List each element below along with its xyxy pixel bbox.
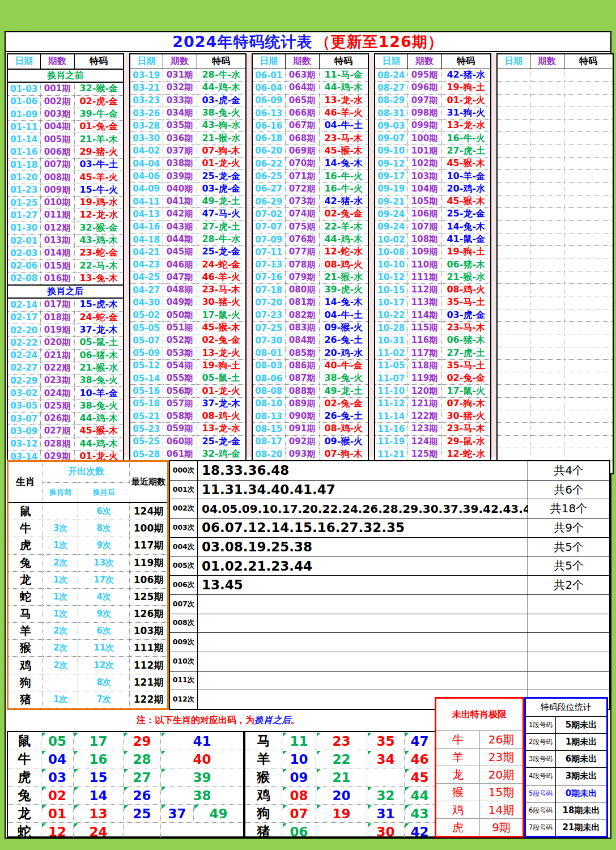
date-cell: 07-16 bbox=[252, 271, 285, 283]
date-cell: 07-20 bbox=[252, 296, 285, 309]
empty-code-cell bbox=[564, 120, 613, 132]
lottery-row: 04-04038期01-龙-火 bbox=[130, 158, 246, 170]
date-cell: 01-23 bbox=[7, 184, 40, 196]
code-cell: 26-兔-土 bbox=[319, 334, 368, 347]
lottery-row: 02-27022期21-猴-水 bbox=[7, 362, 124, 374]
number-cell: 14 bbox=[73, 787, 123, 804]
lottery-row: 06-29073期42-猪-水 bbox=[252, 195, 368, 207]
issue-cell: 108期 bbox=[407, 233, 441, 245]
missing-zodiac-periods: 26期 bbox=[479, 731, 522, 748]
lottery-row: 07-07075期22-羊-木 bbox=[252, 220, 368, 233]
date-cell: 02-24 bbox=[7, 349, 40, 362]
lottery-row: 04-21045期25-龙-金 bbox=[130, 246, 246, 258]
code-cell: 45-猴-木 bbox=[441, 158, 491, 170]
issue-cell: 042期 bbox=[163, 208, 197, 220]
date-column-header: 日期 bbox=[7, 54, 40, 69]
empty-code-cell bbox=[564, 144, 613, 157]
code-cell: 03-虎-金 bbox=[197, 94, 246, 107]
issue-cell: 113期 bbox=[407, 296, 441, 309]
lottery-row bbox=[497, 69, 613, 82]
date-cell: 11-21 bbox=[375, 448, 407, 460]
empty-issue-cell bbox=[530, 372, 564, 385]
lottery-row: 10-31116期06-猪-木 bbox=[375, 334, 491, 347]
lottery-row bbox=[497, 309, 613, 321]
empty-code-cell bbox=[564, 284, 613, 296]
lottery-row: 11-05118期35-马-土 bbox=[375, 359, 491, 372]
empty-issue-cell bbox=[530, 69, 564, 82]
lottery-row: 01-06002期02-虎-金 bbox=[7, 95, 124, 108]
code-cell: 08-鸡-火 bbox=[441, 284, 491, 296]
count-row: 011次 bbox=[170, 672, 609, 691]
date-cell: 09-12 bbox=[375, 158, 407, 170]
date-cell: 05-18 bbox=[130, 397, 163, 410]
zodiac-stats-row: 蛇1次4次125期 bbox=[9, 588, 167, 605]
missing-zodiac-name: 羊 bbox=[436, 749, 479, 766]
lottery-row: 09-12102期45-猴-木 bbox=[375, 158, 491, 170]
empty-date-cell bbox=[497, 182, 530, 195]
recent-issue-cell: 126期 bbox=[130, 605, 168, 622]
empty-date-cell bbox=[497, 132, 530, 144]
issue-cell: 084期 bbox=[285, 334, 319, 347]
group-header: 日期期数特码 bbox=[7, 54, 124, 69]
group-body: 换肖之前01-03001期32-猴-金01-06002期02-虎-金01-090… bbox=[7, 69, 124, 476]
code-column-header: 特码 bbox=[564, 54, 613, 69]
date-cell: 02-14 bbox=[7, 298, 40, 311]
lottery-row: 04-23046期24-蛇-金 bbox=[130, 258, 246, 271]
zodiac-number-row: 兔02142638 bbox=[8, 786, 243, 804]
empty-code-cell bbox=[564, 347, 613, 359]
empty-date-cell bbox=[497, 82, 530, 94]
lottery-row: 10-15112期08-鸡-火 bbox=[375, 284, 491, 296]
recent-issue-cell: 100期 bbox=[130, 520, 168, 537]
number-cell: 41 bbox=[160, 732, 243, 750]
group-header-row: 日期期数特码 bbox=[497, 54, 613, 69]
code-cell: 21-猴-水 bbox=[197, 132, 246, 144]
empty-code-cell bbox=[564, 195, 613, 207]
lottery-row: 03-26034期38-兔-火 bbox=[130, 107, 246, 119]
date-cell: 06-29 bbox=[252, 195, 285, 207]
zodiac-label: 羊 bbox=[245, 750, 282, 768]
lottery-group-1: 日期期数特码换肖之前01-03001期32-猴-金01-06002期02-虎-金… bbox=[7, 53, 124, 477]
empty-code-cell bbox=[564, 423, 613, 435]
date-cell: 04-11 bbox=[130, 195, 163, 207]
missing-zodiac-box: 未出特肖极限 牛26期羊23期龙20期猴15期鸡14期虎9期 bbox=[435, 697, 524, 838]
zodiac-number-grid: 鼠05172941牛04162840虎03152739兔02142638龙011… bbox=[6, 731, 610, 838]
date-cell: 03-21 bbox=[130, 82, 163, 94]
lottery-row: 01-03001期32-猴-金 bbox=[7, 82, 124, 95]
count-row: 001次11.31.34.40.41.47共6个 bbox=[170, 481, 609, 500]
empty-date-cell bbox=[497, 69, 530, 82]
lottery-row: 01-30012期32-猴-金 bbox=[7, 222, 124, 234]
after-count-cell: 8次 bbox=[78, 674, 130, 691]
issue-cell: 103期 bbox=[407, 170, 441, 182]
count-numbers bbox=[198, 633, 528, 652]
empty-number-cell bbox=[160, 823, 243, 840]
issue-cell: 026期 bbox=[40, 413, 74, 425]
issue-cell: 111期 bbox=[407, 271, 441, 283]
code-cell: 25-龙-金 bbox=[197, 435, 246, 448]
number-cell: 10 bbox=[282, 750, 316, 768]
empty-issue-cell bbox=[530, 271, 564, 283]
code-cell: 29-鼠-水 bbox=[441, 435, 491, 448]
issue-cell: 091期 bbox=[285, 423, 319, 435]
lottery-row: 04-16043期27-虎-土 bbox=[130, 220, 246, 233]
empty-issue-cell bbox=[530, 359, 564, 372]
number-cell: 11 bbox=[282, 732, 316, 750]
code-cell: 45-猴-木 bbox=[319, 144, 368, 157]
code-cell: 13-龙-水 bbox=[441, 120, 491, 132]
count-label: 003次 bbox=[170, 518, 198, 537]
lottery-row: 02-01013期43-鸡-木 bbox=[7, 234, 124, 246]
code-cell: 07-狗-木 bbox=[197, 144, 246, 157]
empty-issue-cell bbox=[530, 334, 564, 347]
after-count-cell: 4次 bbox=[78, 588, 130, 605]
lottery-row: 11-02117期27-虎-土 bbox=[375, 347, 491, 359]
lottery-row: 07-13078期08-鸡-火 bbox=[252, 258, 368, 271]
issue-cell: 071期 bbox=[285, 170, 319, 182]
zodiac-number-row: 狗07193143 bbox=[245, 804, 435, 822]
date-cell: 06-25 bbox=[252, 170, 285, 182]
issue-cell: 095期 bbox=[407, 69, 441, 82]
count-total: 共2个 bbox=[528, 576, 609, 594]
lottery-row: 07-02074期02-兔-金 bbox=[252, 208, 368, 220]
lottery-row: 03-21032期44-鸡-木 bbox=[130, 82, 246, 94]
issue-cell: 032期 bbox=[163, 82, 197, 94]
code-cell: 12-蛇-水 bbox=[319, 246, 368, 258]
code-cell: 08-鸡-火 bbox=[197, 410, 246, 423]
